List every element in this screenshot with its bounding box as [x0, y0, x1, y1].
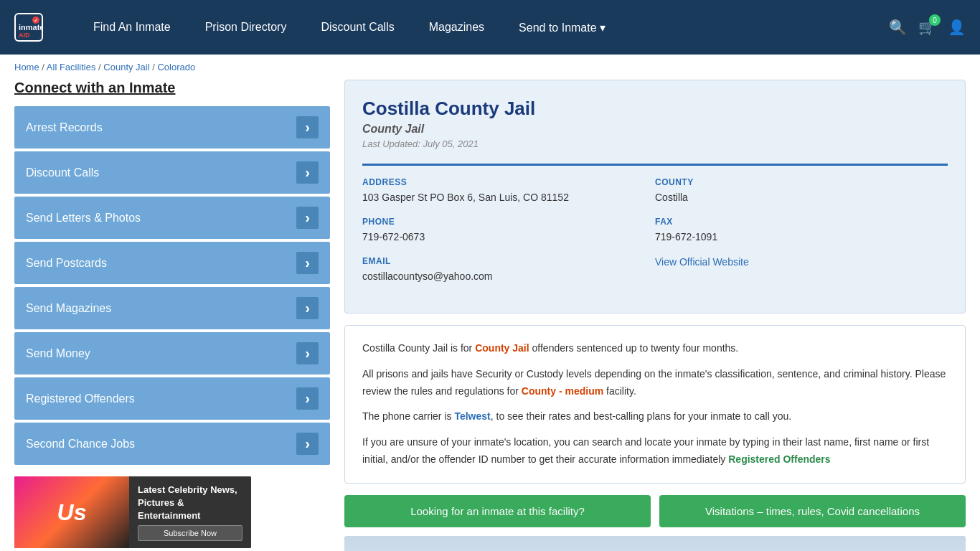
logo-icon: inmate AID ✓ — [14, 13, 43, 42]
main-layout: Connect with an Inmate Arrest Records › … — [0, 80, 980, 551]
ad-brand: Us — [57, 499, 87, 526]
breadcrumb-home[interactable]: Home — [14, 62, 39, 72]
address-section: ADDRESS 103 Gasper St PO Box 6, San Luis… — [362, 177, 655, 217]
chevron-right-icon: › — [296, 116, 319, 138]
site-header: inmate AID ✓ Find An Inmate Prison Direc… — [0, 0, 980, 55]
facility-image — [344, 536, 966, 551]
breadcrumb-colorado[interactable]: Colorado — [157, 62, 195, 72]
description-paragraph-4: If you are unsure of your inmate's locat… — [362, 434, 948, 468]
ad-content: Latest Celebrity News, Pictures & Entert… — [129, 476, 251, 548]
facility-info-grid: ADDRESS 103 Gasper St PO Box 6, San Luis… — [362, 164, 948, 296]
website-section: View Official Website — [655, 256, 948, 296]
sidebar-item-label: Registered Offenders — [26, 392, 135, 405]
description-paragraph-1: Costilla County Jail is for County Jail … — [362, 340, 948, 357]
sidebar-item-registered-offenders[interactable]: Registered Offenders › — [14, 377, 330, 420]
chevron-right-icon: › — [296, 342, 319, 364]
svg-text:inmate: inmate — [19, 23, 42, 32]
county-label: COUNTY — [655, 177, 933, 187]
county-section: COUNTY Costilla — [655, 177, 948, 217]
sidebar-item-send-letters[interactable]: Send Letters & Photos › — [14, 197, 330, 239]
phone-section: PHONE 719-672-0673 — [362, 217, 655, 256]
chevron-right-icon: › — [296, 161, 319, 184]
fax-section: FAX 719-672-1091 — [655, 217, 948, 256]
chevron-right-icon: › — [296, 297, 319, 319]
action-buttons: Looking for an inmate at this facility? … — [344, 495, 966, 527]
sidebar-item-arrest-records[interactable]: Arrest Records › — [14, 106, 330, 149]
sidebar-item-second-chance-jobs[interactable]: Second Chance Jobs › — [14, 423, 330, 465]
breadcrumb-county-jail[interactable]: County Jail — [103, 62, 149, 72]
search-button[interactable]: 🔍 — [889, 19, 907, 36]
logo[interactable]: inmate AID ✓ — [14, 13, 47, 42]
sidebar-item-label: Send Letters & Photos — [26, 212, 141, 225]
nav-prison-directory[interactable]: Prison Directory — [188, 21, 304, 34]
website-link[interactable]: View Official Website — [655, 256, 749, 268]
sidebar: Connect with an Inmate Arrest Records › … — [14, 80, 330, 551]
facility-card: Costilla County Jail County Jail Last Up… — [344, 80, 966, 314]
chevron-right-icon: › — [296, 387, 319, 410]
address-label: ADDRESS — [362, 177, 641, 187]
user-button[interactable]: 👤 — [948, 19, 966, 36]
fax-value: 719-672-1091 — [655, 230, 933, 245]
visitations-button[interactable]: Visitations – times, rules, Covid cancel… — [659, 495, 966, 527]
breadcrumb: Home / All Facilities / County Jail / Co… — [0, 55, 980, 80]
chevron-right-icon: › — [296, 252, 319, 274]
sidebar-title: Connect with an Inmate — [14, 80, 330, 96]
chevron-right-icon: › — [296, 433, 319, 455]
email-label: EMAIL — [362, 256, 641, 266]
sky-background — [344, 536, 966, 551]
sidebar-advertisement[interactable]: Us Latest Celebrity News, Pictures & Ent… — [14, 476, 251, 548]
cart-button[interactable]: 🛒 0 — [918, 19, 936, 36]
sidebar-item-label: Send Postcards — [26, 257, 107, 270]
description-paragraph-3: The phone carrier is Telwest, to see the… — [362, 408, 948, 425]
cart-badge: 0 — [929, 14, 941, 26]
facility-name: Costilla County Jail — [362, 98, 948, 120]
sidebar-item-label: Arrest Records — [26, 121, 103, 134]
chevron-right-icon: › — [296, 207, 319, 229]
sidebar-item-send-postcards[interactable]: Send Postcards › — [14, 242, 330, 284]
search-icon: 🔍 — [889, 19, 907, 35]
ad-subscribe-button[interactable]: Subscribe Now — [138, 525, 242, 541]
county-jail-link[interactable]: County Jail — [475, 342, 529, 354]
nav-find-inmate[interactable]: Find An Inmate — [76, 21, 188, 34]
address-value: 103 Gasper St PO Box 6, San Luis, CO 811… — [362, 190, 641, 205]
svg-text:✓: ✓ — [34, 18, 38, 23]
sidebar-item-send-magazines[interactable]: Send Magazines › — [14, 287, 330, 329]
county-medium-link[interactable]: County - medium — [522, 385, 603, 397]
sidebar-item-label: Send Money — [26, 347, 90, 360]
phone-value: 719-672-0673 — [362, 230, 641, 245]
sidebar-item-label: Send Magazines — [26, 302, 111, 315]
main-nav: Find An Inmate Prison Directory Discount… — [76, 21, 889, 34]
find-inmate-button[interactable]: Looking for an inmate at this facility? — [344, 495, 651, 527]
main-content: Costilla County Jail County Jail Last Up… — [344, 80, 966, 551]
email-value: costillacountyso@yahoo.com — [362, 269, 641, 284]
fax-label: FAX — [655, 217, 933, 227]
sidebar-item-send-money[interactable]: Send Money › — [14, 332, 330, 375]
ad-text: Latest Celebrity News, Pictures & Entert… — [138, 484, 242, 523]
ad-image: Us — [14, 476, 129, 548]
sidebar-item-label: Discount Calls — [26, 166, 99, 179]
registered-offenders-link[interactable]: Registered Offenders — [728, 453, 830, 465]
facility-updated: Last Updated: July 05, 2021 — [362, 138, 948, 149]
description-paragraph-2: All prisons and jails have Security or C… — [362, 366, 948, 400]
nav-send-to-inmate[interactable]: Send to Inmate ▾ — [501, 21, 623, 34]
telwest-link[interactable]: Telwest — [454, 410, 490, 422]
facility-description: Costilla County Jail is for County Jail … — [344, 325, 966, 484]
svg-text:AID: AID — [19, 32, 30, 39]
breadcrumb-all-facilities[interactable]: All Facilities — [47, 62, 96, 72]
phone-label: PHONE — [362, 217, 641, 227]
sidebar-menu: Arrest Records › Discount Calls › Send L… — [14, 106, 330, 465]
nav-magazines[interactable]: Magazines — [412, 21, 501, 34]
sidebar-item-discount-calls[interactable]: Discount Calls › — [14, 151, 330, 194]
nav-discount-calls[interactable]: Discount Calls — [303, 21, 411, 34]
county-value: Costilla — [655, 190, 933, 205]
header-icons: 🔍 🛒 0 👤 — [889, 19, 966, 36]
user-icon: 👤 — [948, 19, 966, 35]
facility-type: County Jail — [362, 123, 948, 136]
sidebar-item-label: Second Chance Jobs — [26, 438, 135, 451]
email-section: EMAIL costillacountyso@yahoo.com — [362, 256, 655, 296]
